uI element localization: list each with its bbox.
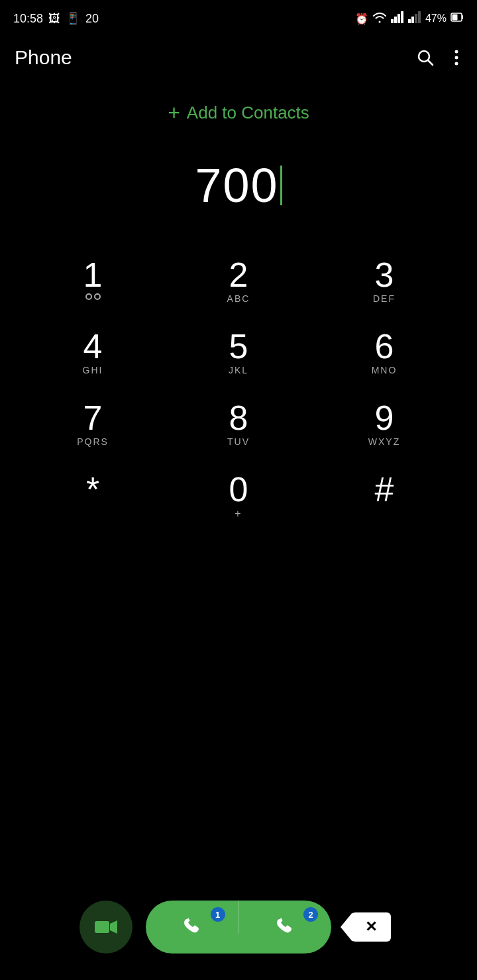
battery-percent: 47% bbox=[425, 13, 447, 24]
add-contacts-plus-icon: + bbox=[168, 101, 180, 125]
add-contacts-area: + Add to Contacts bbox=[0, 81, 477, 132]
call-sim2-button[interactable]: 2 bbox=[239, 901, 332, 954]
dial-key-0[interactable]: 0 + bbox=[166, 460, 311, 532]
video-call-button[interactable] bbox=[80, 901, 132, 954]
cursor bbox=[280, 166, 282, 205]
dial-key-7[interactable]: 7 PQRS bbox=[20, 389, 166, 460]
svg-rect-0 bbox=[391, 19, 394, 23]
dial-sub-5: JKL bbox=[229, 365, 248, 377]
svg-rect-9 bbox=[462, 15, 463, 19]
dial-num-star: * bbox=[86, 472, 99, 507]
sim-icon: 📱 bbox=[66, 11, 80, 26]
svg-rect-10 bbox=[452, 15, 458, 21]
call-sim1-button[interactable]: 1 bbox=[146, 901, 238, 954]
dial-num-4: 4 bbox=[83, 329, 103, 364]
status-time: 10:58 bbox=[13, 12, 43, 26]
dial-num-3: 3 bbox=[375, 258, 394, 292]
video-call-icon bbox=[94, 918, 118, 936]
svg-rect-16 bbox=[95, 921, 109, 933]
dial-key-3[interactable]: 3 DEF bbox=[311, 246, 457, 317]
call-sim2-icon bbox=[274, 916, 296, 938]
number-display: 700 bbox=[0, 132, 477, 246]
dial-num-7: 7 bbox=[83, 401, 103, 435]
svg-point-13 bbox=[455, 50, 458, 54]
svg-rect-5 bbox=[411, 17, 414, 23]
status-right: ⏰ 47% bbox=[355, 11, 464, 26]
call-buttons-group: 1 2 bbox=[146, 901, 331, 954]
dial-sub-9: WXYZ bbox=[368, 436, 400, 448]
dial-num-1: 1 bbox=[83, 258, 103, 292]
sim2-badge: 2 bbox=[303, 907, 318, 922]
svg-rect-7 bbox=[418, 11, 421, 23]
battery-icon bbox=[450, 11, 464, 26]
dial-num-9: 9 bbox=[375, 401, 394, 435]
svg-rect-6 bbox=[415, 14, 417, 23]
dial-sub-4: GHI bbox=[83, 365, 103, 377]
dial-key-hash[interactable]: # bbox=[311, 460, 457, 532]
top-bar: Phone bbox=[0, 34, 477, 81]
dial-sub-0: + bbox=[235, 508, 242, 520]
dialpad: 1 2 ABC 3 DEF 4 GHI 5 JKL 6 MNO 7 PQRS 8… bbox=[0, 246, 477, 532]
dial-sub-8: TUV bbox=[227, 436, 250, 448]
action-bar: 1 2 ✕ bbox=[0, 881, 477, 980]
svg-point-14 bbox=[455, 56, 458, 60]
dial-key-6[interactable]: 6 MNO bbox=[311, 317, 457, 389]
phone-number-text: 700 bbox=[195, 158, 278, 213]
alarm-icon: ⏰ bbox=[355, 13, 368, 25]
dial-num-2: 2 bbox=[229, 258, 248, 292]
status-left: 10:58 🖼 📱 20 bbox=[13, 11, 99, 26]
dial-num-6: 6 bbox=[375, 329, 394, 364]
status-bar: 10:58 🖼 📱 20 ⏰ bbox=[0, 0, 477, 34]
dial-key-1[interactable]: 1 bbox=[20, 246, 166, 317]
dial-sub-6: MNO bbox=[372, 365, 398, 377]
svg-rect-1 bbox=[394, 17, 397, 23]
dial-num-5: 5 bbox=[229, 329, 248, 364]
svg-point-15 bbox=[455, 62, 458, 66]
dial-num-hash: # bbox=[375, 472, 394, 507]
dial-key-4[interactable]: 4 GHI bbox=[20, 317, 166, 389]
voicemail-dot1 bbox=[85, 293, 92, 300]
svg-rect-2 bbox=[398, 14, 400, 23]
dial-key-8[interactable]: 8 TUV bbox=[166, 389, 311, 460]
search-icon bbox=[416, 48, 435, 67]
dial-key-star[interactable]: * bbox=[20, 460, 166, 532]
phone-number: 700 bbox=[195, 158, 282, 213]
dial-sub-1 bbox=[85, 293, 101, 305]
delete-x-symbol: ✕ bbox=[365, 918, 377, 936]
dial-num-0: 0 bbox=[229, 472, 248, 507]
wifi-icon bbox=[372, 11, 387, 26]
gallery-icon: 🖼 bbox=[48, 12, 60, 26]
signal1-icon bbox=[391, 11, 404, 26]
delete-button[interactable]: ✕ bbox=[344, 906, 398, 948]
dial-key-2[interactable]: 2 ABC bbox=[166, 246, 311, 317]
more-options-icon bbox=[453, 48, 460, 67]
dial-num-8: 8 bbox=[229, 401, 248, 435]
more-options-button[interactable] bbox=[450, 46, 462, 70]
top-bar-actions bbox=[413, 46, 462, 70]
dial-key-5[interactable]: 5 JKL bbox=[166, 317, 311, 389]
svg-rect-3 bbox=[401, 11, 403, 23]
dial-sub-7: PQRS bbox=[77, 436, 109, 448]
dial-sub-2: ABC bbox=[227, 293, 250, 305]
search-button[interactable] bbox=[413, 46, 437, 70]
app-title: Phone bbox=[15, 46, 72, 69]
voicemail-dot2 bbox=[94, 293, 101, 300]
svg-rect-4 bbox=[408, 19, 411, 23]
add-to-contacts-button[interactable]: + Add to Contacts bbox=[168, 101, 309, 125]
dial-key-9[interactable]: 9 WXYZ bbox=[311, 389, 457, 460]
delete-icon: ✕ bbox=[351, 912, 391, 942]
notification-count: 20 bbox=[85, 12, 99, 26]
dial-sub-3: DEF bbox=[373, 293, 396, 305]
sim1-badge: 1 bbox=[211, 907, 225, 922]
call-sim1-icon bbox=[181, 916, 203, 938]
add-contacts-label: Add to Contacts bbox=[187, 103, 309, 123]
svg-line-12 bbox=[428, 60, 433, 65]
svg-marker-17 bbox=[110, 920, 117, 934]
signal2-icon bbox=[408, 11, 421, 26]
